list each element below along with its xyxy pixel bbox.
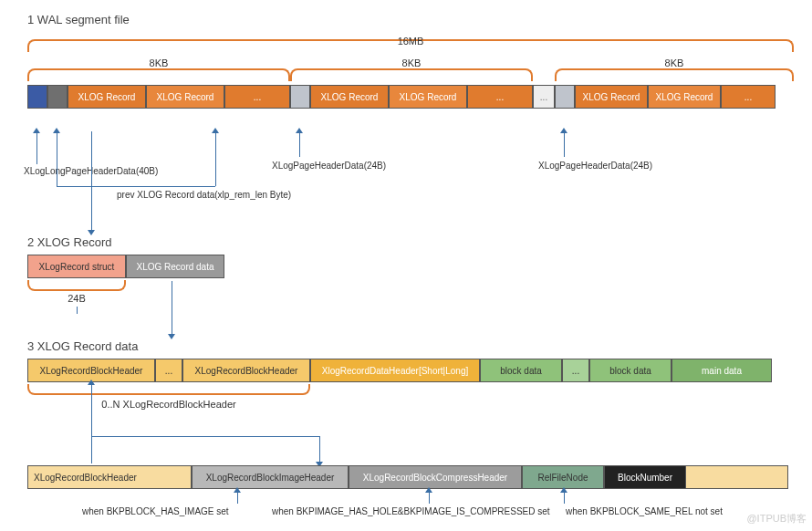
xlog-record-6: XLOG Record — [648, 85, 721, 109]
arrow-sec1-to-sec2 — [91, 131, 92, 232]
arrow-note-same — [564, 491, 565, 504]
short-header-1 — [290, 85, 310, 109]
block-header-wrapper: XLogRecordBlockHeader — [27, 465, 192, 489]
section-block-header-detail: XLogRecordBlockHeader XLogRecordBlockIma… — [27, 465, 789, 489]
block-data-n: block data — [589, 359, 671, 382]
arrow-prev-rec-v — [57, 131, 57, 186]
brace-8kb-1 — [27, 68, 290, 81]
section-wal-segment: 1 WAL segment file 16MB 8KB 8KB 8KB XLOG… — [27, 13, 794, 109]
section-xlog-record-data: 3 XLOG Record data XLogRecordBlockHeader… — [27, 339, 789, 410]
block-data-1: block data — [480, 359, 562, 382]
arrow-sec2-to-sec3 — [172, 281, 172, 336]
short-header-2 — [555, 85, 575, 109]
brace-8kb-2-label: 8KB — [290, 57, 533, 68]
block-header-wrapper-tail — [686, 465, 788, 489]
xlog-record-2: XLOG Record — [146, 85, 224, 109]
brace-8kb-1-label: 8KB — [27, 57, 290, 68]
long-header-blue — [27, 85, 47, 109]
note-when-image: when BKPBLOCK_HAS_IMAGE set — [82, 506, 229, 516]
watermark: @ITPUB博客 — [746, 512, 807, 526]
arrow-short1-head — [296, 128, 303, 133]
block-number: BlockNumber — [604, 465, 686, 489]
block-compress-header: XLogRecordBlockCompressHeader — [349, 465, 522, 489]
brace-24b-label: 24B — [27, 293, 126, 304]
arrow-note-image-head — [234, 487, 241, 493]
section-xlog-record: 2 XLOG Record XLogRecord struct XLOG Rec… — [27, 235, 301, 304]
section3-title: 3 XLOG Record data — [27, 339, 789, 353]
note-when-hole: when BKPIMAGE_HAS_HOLE&BKPIMAGE_IS_COMPR… — [272, 506, 550, 516]
data-header: XlogRecordDataHeader[Short|Long] — [310, 359, 480, 382]
arrow-sec3-to-sec4-v2 — [319, 436, 320, 463]
xlog-record-4: XLOG Record — [389, 85, 467, 109]
arrow-prev-rec-h — [57, 186, 215, 187]
section1-title: 1 WAL segment file — [27, 13, 794, 26]
rel-file-node: RelFileNode — [522, 465, 604, 489]
brace-0n-headers — [27, 384, 310, 395]
xlog-record-1: XLOG Record — [68, 85, 146, 109]
main-data: main data — [671, 359, 772, 382]
arrow-note-hole-head — [425, 487, 432, 493]
block-header-n: XLogRecordBlockHeader — [182, 359, 310, 382]
xlog-record-3: XLOG Record — [310, 85, 389, 109]
brace-0n-headers-label: 0..N XLogRecordBlockHeader — [27, 399, 310, 410]
block-data-dots: ... — [562, 359, 589, 382]
prev-record-tail — [47, 85, 68, 109]
wal-segment-row: XLOG Record XLOG Record ... XLOG Record … — [27, 85, 794, 109]
block-header-dots: ... — [155, 359, 182, 382]
arrow-sec3-to-sec4-v1 — [91, 383, 92, 463]
arrow-long-header-head — [33, 128, 40, 133]
label-short-header-2: XLogPageHeaderData(24B) — [538, 161, 652, 171]
arrow-24b-tick — [77, 307, 78, 314]
arrow-prev-rec-head1 — [53, 128, 60, 133]
brace-8kb-3 — [555, 68, 794, 81]
xlogrecord-data: XLOG Record data — [126, 255, 224, 278]
xlog-record-5: XLOG Record — [575, 85, 648, 109]
arrow-note-same-head — [560, 487, 567, 493]
block-image-header: XLogRecordBlockImageHeader — [192, 465, 349, 489]
arrow-sec3-to-sec4-h — [91, 436, 319, 437]
label-prev-rec: prev XLOG Record data(xlp_rem_len Byte) — [117, 190, 291, 200]
arrow-prev-rec-head2 — [212, 128, 219, 133]
brace-16mb-label: 16MB — [27, 36, 794, 47]
label-short-header-1: XLogPageHeaderData(24B) — [272, 161, 386, 171]
arrow-note-hole — [429, 491, 430, 504]
xlog-record-dots-2: ... — [467, 85, 533, 109]
arrow-short1-v — [299, 131, 300, 157]
xlog-record-dots-1: ... — [224, 85, 290, 109]
arrow-long-header-v — [36, 131, 37, 164]
brace-24b — [27, 280, 126, 291]
arrow-short2-head — [560, 128, 567, 133]
xlogrecord-struct: XLogRecord struct — [27, 255, 126, 278]
section2-title: 2 XLOG Record — [27, 235, 301, 249]
arrow-prev-rec-v2 — [215, 131, 216, 186]
note-when-same: when BKPBLOCK_SAME_REL not set — [566, 506, 723, 516]
arrow-note-image — [237, 491, 238, 504]
brace-8kb-3-label: 8KB — [555, 57, 794, 68]
xlog-record-dots-3: ... — [721, 85, 776, 109]
segment-gap: ... — [533, 85, 555, 109]
arrow-sec3-to-sec4-head1 — [88, 380, 95, 385]
arrow-short2-v — [564, 131, 565, 157]
brace-8kb-2 — [290, 68, 533, 81]
